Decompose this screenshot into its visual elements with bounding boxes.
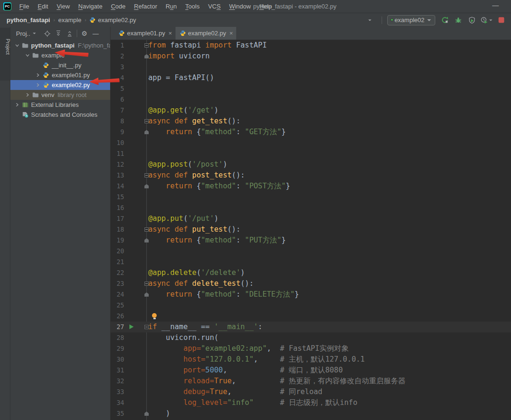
line-number[interactable]: 26 — [111, 311, 124, 322]
code-line-25[interactable]: 25 — [111, 300, 511, 311]
code-line-4[interactable]: 4app = FastAPI() — [111, 73, 511, 83]
line-number[interactable]: 24 — [111, 289, 124, 300]
line-number[interactable]: 28 — [111, 332, 124, 343]
tree-item-example01-py[interactable]: example01.py — [10, 70, 110, 80]
code-line-26[interactable]: 26 — [111, 311, 511, 322]
line-number[interactable]: 10 — [111, 137, 124, 148]
chevron-right-icon[interactable] — [34, 81, 42, 89]
line-number[interactable]: 4 — [111, 73, 124, 83]
tree-item-venv[interactable]: venvlibrary root — [10, 90, 110, 100]
code-text[interactable]: ) — [148, 408, 170, 419]
chevron-down-icon[interactable] — [24, 52, 32, 59]
menu-refactor[interactable]: Refactor — [130, 0, 161, 13]
menu-navigate[interactable]: Navigate — [74, 0, 106, 13]
project-view-selector[interactable]: Proj.. — [16, 30, 36, 37]
line-number[interactable]: 7 — [111, 105, 124, 116]
line-number[interactable]: 13 — [111, 170, 124, 181]
code-line-23[interactable]: 23async def delete_test(): — [111, 278, 511, 289]
chevron-right-icon[interactable] — [34, 72, 42, 79]
code-text[interactable]: reload=True, # 热更新，有内容修改自动重启服务器 — [148, 376, 406, 387]
minimize-button[interactable]: — — [492, 1, 499, 9]
menu-window[interactable]: Window — [225, 0, 255, 13]
line-number[interactable]: 5 — [111, 83, 124, 94]
line-number[interactable]: 30 — [111, 354, 124, 365]
close-icon[interactable]: × — [230, 30, 233, 36]
code-text[interactable]: async def put_test(): — [148, 224, 240, 235]
code-line-27[interactable]: 27if __name__ == '__main__': — [111, 322, 511, 332]
menu-tools[interactable]: Tools — [181, 0, 204, 13]
code-line-17[interactable]: 17@app.put('/put') — [111, 213, 511, 224]
line-number[interactable]: 34 — [111, 397, 124, 408]
code-text[interactable]: return {"method": "POST方法"} — [148, 181, 290, 192]
code-line-21[interactable]: 21 — [111, 257, 511, 267]
tree-item-scratches-and-consoles[interactable]: Scratches and Consoles — [10, 110, 110, 120]
code-text[interactable]: debug=True, # 同reload — [148, 387, 322, 397]
code-line-15[interactable]: 15 — [111, 192, 511, 202]
code-line-14[interactable]: 14 return {"method": "POST方法"} — [111, 181, 511, 192]
line-number[interactable]: 27 — [111, 322, 124, 332]
code-line-22[interactable]: 22@app.delete('/delete') — [111, 267, 511, 278]
tree-item-external-libraries[interactable]: External Libraries — [10, 100, 110, 110]
line-number[interactable]: 31 — [111, 365, 124, 376]
code-line-12[interactable]: 12@app.post('/post') — [111, 159, 511, 170]
user-icon[interactable] — [362, 15, 376, 25]
code-line-35[interactable]: 35 ) — [111, 408, 511, 419]
run-configuration-select[interactable]: example02 — [387, 15, 435, 25]
menu-run[interactable]: Run — [161, 0, 181, 13]
line-number[interactable]: 1 — [111, 40, 124, 51]
line-number[interactable]: 32 — [111, 376, 124, 387]
code-line-3[interactable]: 3 — [111, 62, 511, 73]
debug-button[interactable] — [453, 15, 463, 25]
line-number[interactable]: 16 — [111, 202, 124, 213]
line-number[interactable]: 17 — [111, 213, 124, 224]
chevron-right-icon[interactable] — [24, 91, 32, 99]
code-text[interactable]: if __name__ == '__main__': — [148, 322, 263, 332]
line-number[interactable]: 21 — [111, 257, 124, 267]
code-text[interactable]: async def post_test(): — [148, 170, 245, 181]
code-line-19[interactable]: 19 return {"method": "PUT方法"} — [111, 235, 511, 246]
code-line-9[interactable]: 9 return {"method": "GET方法"} — [111, 127, 511, 137]
code-text[interactable]: return {"method": "GET方法"} — [148, 127, 286, 137]
breadcrumb-item-example[interactable]: example — [58, 16, 81, 24]
code-text[interactable]: uvicorn.run( — [148, 332, 218, 343]
code-text[interactable]: host="127.0.0.1", # 主机，默认127.0.0.1 — [148, 354, 365, 365]
code-text[interactable]: return {"method": "PUT方法"} — [148, 235, 286, 246]
code-text[interactable]: async def delete_test(): — [148, 278, 254, 289]
code-line-16[interactable]: 16 — [111, 202, 511, 213]
code-editor[interactable]: 1from fastapi import FastAPI2import uvic… — [111, 40, 511, 420]
code-text[interactable]: @app.delete('/delete') — [148, 267, 245, 278]
line-number[interactable]: 3 — [111, 62, 124, 73]
chevron-down-icon[interactable] — [13, 42, 21, 49]
code-line-8[interactable]: 8async def get_test(): — [111, 116, 511, 127]
line-number[interactable]: 11 — [111, 148, 124, 159]
code-line-2[interactable]: 2import uvicorn — [111, 51, 511, 62]
close-icon[interactable]: × — [168, 30, 172, 36]
line-number[interactable]: 8 — [111, 116, 124, 127]
line-number[interactable]: 35 — [111, 408, 124, 419]
intention-bulb-icon[interactable] — [152, 313, 157, 319]
code-line-10[interactable]: 10 — [111, 137, 511, 148]
chevron-right-icon[interactable] — [13, 101, 21, 109]
tree-item-example[interactable]: example — [10, 50, 110, 60]
profiler-button[interactable] — [480, 16, 493, 24]
code-line-30[interactable]: 30 host="127.0.0.1", # 主机，默认127.0.0.1 — [111, 354, 511, 365]
line-number[interactable]: 25 — [111, 300, 124, 311]
line-number[interactable]: 20 — [111, 246, 124, 257]
line-number[interactable]: 2 — [111, 51, 124, 62]
locate-button[interactable] — [42, 28, 52, 39]
code-line-13[interactable]: 13async def post_test(): — [111, 170, 511, 181]
code-text[interactable]: @app.put('/put') — [148, 213, 218, 224]
menu-file[interactable]: File — [15, 0, 33, 13]
code-text[interactable]: async def get_test(): — [148, 116, 240, 127]
line-number[interactable]: 14 — [111, 181, 124, 192]
code-line-11[interactable]: 11 — [111, 148, 511, 159]
line-number[interactable]: 22 — [111, 267, 124, 278]
collapse-all-button[interactable] — [64, 28, 75, 39]
line-number[interactable]: 29 — [111, 343, 124, 354]
run-line-marker-icon[interactable] — [129, 324, 134, 329]
code-line-33[interactable]: 33 debug=True, # 同reload — [111, 387, 511, 397]
tree-item--init-py[interactable]: __init__.py — [10, 60, 110, 70]
code-text[interactable]: app="example02:app", # FastAPI实例对象 — [148, 343, 349, 354]
code-line-5[interactable]: 5 — [111, 83, 511, 94]
tab-example02.py[interactable]: example02.py× — [176, 27, 237, 40]
